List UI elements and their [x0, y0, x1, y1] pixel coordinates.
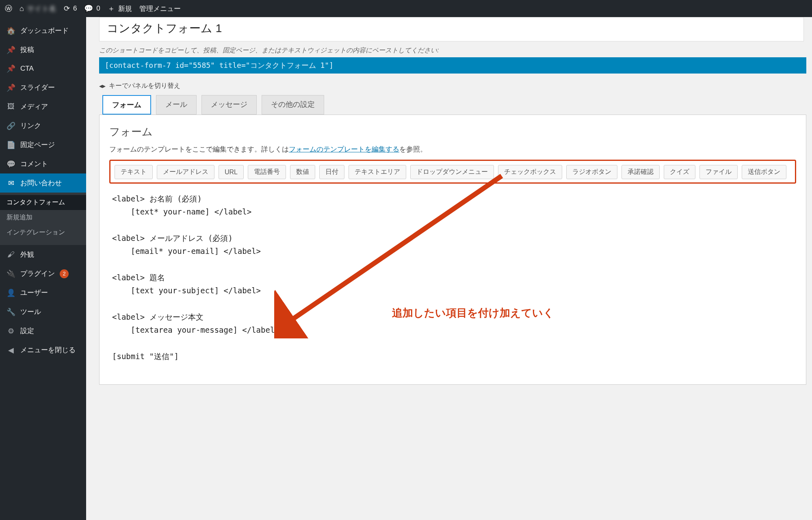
home-icon: ⌂: [19, 4, 24, 13]
sidebar-item-dashboard[interactable]: 🏠ダッシュボード: [0, 21, 86, 40]
update-count: 6: [73, 4, 77, 13]
sidebar-item-plugins[interactable]: 🔌プラグイン2: [0, 264, 86, 283]
submenu-add-new[interactable]: 新規追加: [0, 210, 86, 225]
page-title[interactable]: コンタクトフォーム 1: [107, 21, 796, 36]
pin-icon: 📌: [6, 64, 15, 73]
new-content[interactable]: ＋ 新規: [108, 4, 132, 13]
new-label: 新規: [118, 4, 132, 13]
tag-button-2[interactable]: URL: [219, 165, 244, 179]
tag-button-11[interactable]: クイズ: [664, 165, 695, 179]
tag-button-12[interactable]: ファイル: [699, 165, 738, 179]
admin-menu-link[interactable]: 管理メニュー: [139, 4, 181, 13]
pin-icon: 📌: [6, 46, 15, 54]
comment-count: 0: [96, 4, 100, 13]
panel-heading: フォーム: [109, 125, 796, 139]
tag-button-0[interactable]: テキスト: [115, 165, 153, 179]
submenu-integration[interactable]: インテグレーション: [0, 225, 86, 240]
link-icon: 🔗: [6, 121, 15, 130]
comment-icon: 💬: [84, 4, 93, 13]
shortcode-field[interactable]: [contact-form-7 id="5585" title="コンタクトフォ…: [99, 57, 806, 74]
sidebar-item-posts[interactable]: 📌投稿: [0, 40, 86, 59]
tab-form[interactable]: フォーム: [102, 95, 151, 115]
tab-mail[interactable]: メール: [156, 95, 197, 115]
shortcode-hint: このショートコードをコピーして、投稿、固定ページ、またはテキストウィジェットの内…: [99, 46, 804, 55]
leftright-arrow-icon: ◂▸: [99, 82, 106, 90]
brush-icon: 🖌: [6, 250, 15, 259]
form-title-box: コンタクトフォーム 1: [99, 17, 804, 41]
sidebar-item-links[interactable]: 🔗リンク: [0, 116, 86, 135]
annotation-text: 追加したい項目を付け加えていく: [392, 306, 554, 320]
refresh-icon: ⟳: [64, 4, 70, 13]
template-docs-link[interactable]: フォームのテンプレートを編集する: [289, 145, 399, 153]
dashboard-icon: 🏠: [6, 26, 15, 35]
panel-description: フォームのテンプレートをここで編集できます。詳しくはフォームのテンプレートを編集…: [109, 145, 796, 154]
tag-button-1[interactable]: メールアドレス: [157, 165, 214, 179]
tab-additional[interactable]: その他の設定: [262, 95, 324, 115]
updates[interactable]: ⟳ 6: [64, 4, 77, 13]
tag-button-9[interactable]: ラジオボタン: [566, 165, 617, 179]
admin-sidebar: 🏠ダッシュボード 📌投稿 📌CTA 📌スライダー 🖼メディア 🔗リンク 📄固定ペ…: [0, 17, 86, 520]
sidebar-item-appearance[interactable]: 🖌外観: [0, 245, 86, 264]
tag-button-10[interactable]: 承諾確認: [621, 165, 660, 179]
sidebar-collapse[interactable]: ◀メニューを閉じる: [0, 340, 86, 360]
user-icon: 👤: [6, 288, 15, 297]
collapse-icon: ◀: [6, 346, 15, 355]
page-icon: 📄: [6, 141, 15, 150]
tag-button-13[interactable]: 送信ボタン: [742, 165, 786, 179]
sidebar-item-media[interactable]: 🖼メディア: [0, 97, 86, 116]
wp-logo[interactable]: ⓦ: [5, 4, 12, 13]
admin-bar: ⓦ ⌂ サイト名 ⟳ 6 💬 0 ＋ 新規 管理メニュー: [0, 0, 812, 17]
comment-icon: 💬: [6, 160, 15, 169]
sidebar-item-pages[interactable]: 📄固定ページ: [0, 135, 86, 154]
panel-toggle-hint: ◂▸ キーでパネルを切り替え: [99, 82, 804, 90]
sidebar-item-tools[interactable]: 🔧ツール: [0, 302, 86, 321]
form-panel: フォーム フォームのテンプレートをここで編集できます。詳しくはフォームのテンプレ…: [99, 115, 806, 385]
plugins-update-badge: 2: [60, 269, 69, 278]
sliders-icon: ⚙: [6, 327, 15, 336]
plug-icon: 🔌: [6, 269, 15, 278]
submenu-contact-forms[interactable]: コンタクトフォーム: [0, 195, 86, 210]
sidebar-item-cta[interactable]: 📌CTA: [0, 59, 86, 78]
wordpress-icon: ⓦ: [5, 4, 12, 13]
media-icon: 🖼: [6, 102, 15, 111]
pin-icon: 📌: [6, 83, 15, 92]
tab-messages[interactable]: メッセージ: [201, 95, 257, 115]
main-content: コンタクトフォーム 1 このショートコードをコピーして、投稿、固定ページ、または…: [86, 17, 812, 520]
site-name: サイト名: [27, 4, 56, 13]
comments-bubble[interactable]: 💬 0: [84, 4, 100, 13]
sidebar-item-users[interactable]: 👤ユーザー: [0, 283, 86, 302]
mail-icon: ✉: [6, 179, 15, 188]
wrench-icon: 🔧: [6, 308, 15, 316]
tab-bar: フォーム メール メッセージ その他の設定: [102, 95, 806, 115]
sidebar-item-comments[interactable]: 💬コメント: [0, 154, 86, 173]
svg-line-1: [282, 176, 502, 326]
plus-icon: ＋: [108, 4, 115, 13]
sidebar-item-contact[interactable]: ✉お問い合わせ: [0, 173, 86, 193]
sidebar-item-settings[interactable]: ⚙設定: [0, 321, 86, 340]
contact-submenu: コンタクトフォーム 新規追加 インテグレーション: [0, 193, 86, 245]
site-home[interactable]: ⌂ サイト名: [19, 4, 56, 13]
sidebar-item-slider[interactable]: 📌スライダー: [0, 78, 86, 97]
